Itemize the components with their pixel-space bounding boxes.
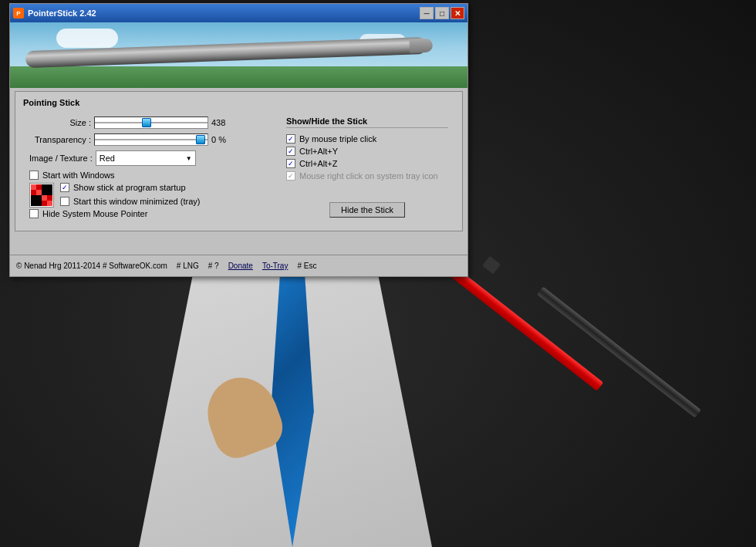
maximize-button[interactable]: □ <box>435 7 449 19</box>
transparency-label: Transparency : <box>29 135 91 144</box>
main-content-area: Size : 438 Transparency : <box>23 113 454 225</box>
size-slider[interactable] <box>94 116 208 129</box>
svg-rect-4 <box>31 184 36 190</box>
image-texture-dropdown[interactable]: Red ▼ <box>96 150 196 166</box>
svg-rect-5 <box>36 190 42 195</box>
hide-stick-button[interactable]: Hide the Stick <box>329 202 405 218</box>
left-panel: Size : 438 Transparency : <box>29 116 278 221</box>
mouse-right-click-row: ✓ Mouse right click on system tray icon <box>286 171 448 181</box>
svg-rect-1 <box>42 184 52 195</box>
checkboxes-area: Start with Windows <box>29 171 278 218</box>
pointer-stick-joint <box>482 256 501 275</box>
svg-rect-2 <box>31 195 42 206</box>
status-bar: © Nenad Hrg 2011-2014 # SoftwareOK.com #… <box>10 255 467 276</box>
size-value: 438 <box>211 118 233 127</box>
start-with-windows-checkbox[interactable] <box>29 171 39 180</box>
banner-ground <box>10 66 467 88</box>
main-window: P PointerStick 2.42 ─ □ ✕ Pointing Stick <box>9 3 468 277</box>
window-title: PointerStick 2.42 <box>28 8 96 18</box>
banner-stick-tip <box>410 39 434 53</box>
transparency-thumb[interactable] <box>196 135 205 144</box>
ctrl-alt-z-checkbox[interactable]: ✓ <box>286 159 295 168</box>
mouse-right-click-checkbox[interactable]: ✓ <box>286 171 295 181</box>
title-controls: ─ □ ✕ <box>420 7 464 19</box>
hash-question: # ? <box>208 262 219 270</box>
start-with-windows-row: Start with Windows <box>29 171 278 180</box>
right-panel: Show/Hide the Stick ✓ By mouse triple cl… <box>286 116 448 221</box>
ctrl-alt-z-label: Ctrl+Alt+Z <box>299 159 338 168</box>
show-stick-area: ✓ Show stick at program startup Start th… <box>29 183 278 209</box>
to-tray-link[interactable]: To-Tray <box>262 262 289 270</box>
stick-icon-placeholder <box>29 183 54 208</box>
by-mouse-triple-checkbox[interactable]: ✓ <box>286 134 295 144</box>
start-minimized-checkbox[interactable] <box>60 197 69 206</box>
mouse-right-click-label: Mouse right click on system tray icon <box>299 171 438 181</box>
hide-mouse-row: Hide System Mouse Pointer <box>29 209 278 218</box>
transparency-slider-container: 0 % <box>94 133 233 146</box>
checker-icon <box>31 184 52 206</box>
start-with-windows-label: Start with Windows <box>42 171 115 180</box>
dropdown-value: Red <box>100 154 115 163</box>
cloud-1 <box>56 29 118 48</box>
ctrl-alt-y-row: ✓ Ctrl+Alt+Y <box>286 147 448 156</box>
show-stick-label: Show stick at program startup <box>73 183 186 192</box>
dropdown-arrow-icon: ▼ <box>186 155 192 162</box>
svg-rect-7 <box>47 201 52 206</box>
hide-stick-container: Hide the Stick <box>286 194 448 218</box>
banner-image <box>10 22 467 88</box>
title-bar: P PointerStick 2.42 ─ □ ✕ <box>10 4 467 22</box>
title-bar-left: P PointerStick 2.42 <box>13 8 96 19</box>
transparency-track <box>95 139 208 140</box>
section-title: Pointing Stick <box>23 98 454 107</box>
pointing-stick-section: Pointing Stick Size : 438 <box>15 91 463 231</box>
image-texture-row: Image / Texture : Red ▼ <box>29 150 278 166</box>
hash-lng: # LNG <box>177 262 199 270</box>
by-mouse-triple-label: By mouse triple click <box>299 134 376 144</box>
copyright-text: © Nenad Hrg 2011-2014 # SoftwareOK.com <box>16 262 167 270</box>
slider-thumb[interactable] <box>142 118 151 127</box>
close-button[interactable]: ✕ <box>451 7 464 19</box>
ctrl-alt-y-checkbox[interactable]: ✓ <box>286 147 295 156</box>
show-hide-title: Show/Hide the Stick <box>286 116 448 128</box>
checkboxes-stack: ✓ Show stick at program startup Start th… <box>60 183 200 209</box>
transparency-value: 0 % <box>211 135 233 144</box>
size-row: Size : 438 <box>29 116 278 129</box>
transparency-row: Transparency : 0 % <box>29 133 278 146</box>
show-stick-checkbox[interactable]: ✓ <box>60 183 69 192</box>
by-mouse-triple-row: ✓ By mouse triple click <box>286 134 448 144</box>
hash-esc: # Esc <box>297 262 316 270</box>
svg-rect-6 <box>42 195 47 201</box>
size-label: Size : <box>29 118 91 127</box>
hide-mouse-checkbox[interactable] <box>29 209 39 218</box>
hide-mouse-label: Hide System Mouse Pointer <box>42 209 147 218</box>
ctrl-alt-z-row: ✓ Ctrl+Alt+Z <box>286 159 448 168</box>
start-minimized-row: Start this window minimized (tray) <box>60 197 200 206</box>
donate-link[interactable]: Donate <box>228 262 253 270</box>
minimize-button[interactable]: ─ <box>420 7 434 19</box>
show-stick-row: ✓ Show stick at program startup <box>60 183 200 192</box>
image-texture-label: Image / Texture : <box>29 154 93 163</box>
size-slider-container: 438 <box>94 116 233 129</box>
ctrl-alt-y-label: Ctrl+Alt+Y <box>299 147 338 156</box>
start-minimized-label: Start this window minimized (tray) <box>73 197 200 206</box>
transparency-slider[interactable] <box>94 133 208 146</box>
app-icon: P <box>13 8 24 19</box>
